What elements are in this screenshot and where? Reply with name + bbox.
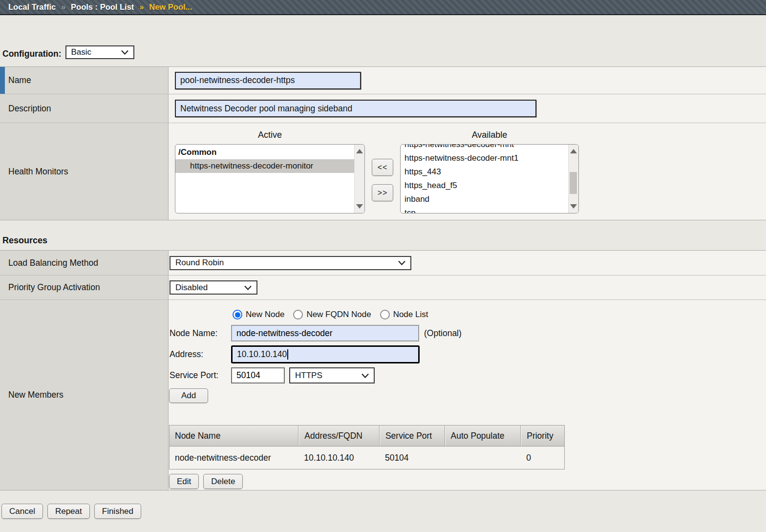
name-label-cell: Name [0,67,169,94]
active-partition-item[interactable]: /Common [175,146,364,159]
members-header-auto-populate: Auto Populate [445,426,521,446]
scroll-down-icon[interactable] [570,204,577,209]
new-members-row: New Members New Node New FQDN Node Node … [0,300,766,490]
node-name-label: Node Name: [169,328,231,339]
service-port-input[interactable] [231,367,285,383]
member-cell-address: 10.10.10.140 [298,447,380,469]
load-balancing-select[interactable]: Round Robin [170,256,411,270]
delete-button[interactable]: Delete [203,474,243,489]
available-item[interactable]: tcp [401,206,568,213]
chevron-down-icon [244,285,252,290]
radio-new-node-label: New Node [246,310,284,319]
cancel-button[interactable]: Cancel [1,504,43,519]
scroll-up-icon[interactable] [356,149,363,153]
breadcrumb-section[interactable]: Local Traffic [8,2,56,12]
address-label: Address: [169,349,231,360]
members-table-header: Node Name Address/FQDN Service Port Auto… [170,426,564,447]
service-port-protocol-select[interactable]: HTTPS [289,367,375,383]
add-button[interactable]: Add [169,388,208,403]
scroll-down-icon[interactable] [356,204,363,209]
radio-unselected-icon [380,310,390,319]
available-item[interactable]: https_443 [401,165,568,179]
optional-hint: (Optional) [424,328,462,339]
available-item[interactable]: inband [401,192,568,206]
name-row: Name [0,67,766,94]
available-item[interactable]: https-netwitness-decoder-mnt [401,145,568,151]
radio-new-node[interactable]: New Node [233,310,284,319]
general-properties-table: Name Description Health Monitors Active … [0,66,766,220]
finished-button[interactable]: Finished [94,504,141,519]
chevron-down-icon [398,260,405,265]
available-listbox[interactable]: https-netwitness-decoder-mnt https-netwi… [400,144,579,213]
address-input-value: 10.10.10.140 [237,349,287,360]
member-row[interactable]: node-netwitness-decoder 10.10.10.140 501… [170,447,564,469]
member-cell-service-port: 50104 [380,447,445,469]
breadcrumb-bar: Local Traffic » Pools : Pool List » New … [0,0,766,15]
active-listbox[interactable]: /Common https-netwitness-decoder-monitor [175,144,365,213]
description-input[interactable] [175,100,536,117]
members-header-address: Address/FQDN [298,426,380,446]
text-caret [287,349,288,360]
chevron-down-icon [362,373,369,378]
scroll-thumb[interactable] [570,172,577,194]
breadcrumb-separator-icon: » [139,3,144,12]
configuration-select[interactable]: Basic [65,45,134,59]
active-list-title: Active [175,130,365,144]
members-table: Node Name Address/FQDN Service Port Auto… [169,425,565,469]
available-list-title: Available [400,130,579,144]
breadcrumb-page[interactable]: Pools : Pool List [71,2,134,12]
configuration-select-value: Basic [71,47,92,57]
radio-node-list-label: Node List [393,310,428,319]
move-right-button[interactable]: >> [372,184,393,201]
footer-actions: Cancel Repeat Finished [1,504,766,519]
radio-selected-icon [233,310,242,319]
name-label: Name [8,75,31,85]
description-row: Description [0,94,766,123]
available-item[interactable]: https_head_f5 [401,179,568,192]
radio-new-fqdn-node[interactable]: New FQDN Node [293,310,371,319]
active-monitor-item[interactable]: https-netwitness-decoder-monitor [175,159,354,173]
configuration-label: Configuration: [2,49,62,59]
load-balancing-select-value: Round Robin [175,258,224,268]
edit-button[interactable]: Edit [169,474,199,489]
priority-group-select-value: Disabled [175,283,208,293]
members-header-priority: Priority [521,426,564,446]
members-header-service-port: Service Port [380,426,445,446]
address-input[interactable]: 10.10.10.140 [231,345,420,363]
member-cell-node-name: node-netwitness-decoder [170,447,298,469]
node-name-input[interactable] [231,325,419,341]
health-monitors-label: Health Monitors [8,167,68,177]
health-monitors-row: Health Monitors Active /Common https-net… [0,123,766,220]
load-balancing-label: Load Balancing Method [8,258,98,268]
priority-group-label: Priority Group Activation [8,282,100,293]
required-indicator [0,67,5,94]
configuration-row: Configuration: Basic [2,45,766,59]
members-header-node-name: Node Name [170,426,298,446]
breadcrumb-current: New Pool... [149,2,192,12]
load-balancing-row: Load Balancing Method Round Robin [0,251,766,276]
radio-node-list[interactable]: Node List [380,310,428,319]
member-cell-priority: 0 [521,447,564,469]
breadcrumb-separator-icon: » [61,3,65,12]
priority-group-select[interactable]: Disabled [170,280,257,295]
priority-group-row: Priority Group Activation Disabled [0,276,766,300]
repeat-button[interactable]: Repeat [47,504,90,519]
service-port-label: Service Port: [169,370,231,381]
radio-new-fqdn-node-label: New FQDN Node [306,310,371,319]
member-cell-auto-populate [445,447,521,469]
available-item[interactable]: https-netwitness-decoder-mnt1 [401,151,568,165]
name-input[interactable] [175,72,361,89]
chevron-down-icon [121,50,128,55]
new-members-label: New Members [8,390,64,400]
radio-unselected-icon [293,310,303,319]
description-label: Description [8,104,51,114]
scroll-up-icon[interactable] [570,149,577,153]
resources-table: Load Balancing Method Round Robin Priori… [0,250,766,490]
move-left-button[interactable]: << [372,159,393,176]
resources-heading: Resources [2,235,766,246]
available-list-scrollbar[interactable] [568,145,578,213]
service-port-protocol-value: HTTPS [295,371,322,381]
member-type-radio-group: New Node New FQDN Node Node List [233,308,766,321]
active-list-scrollbar[interactable] [354,145,364,213]
